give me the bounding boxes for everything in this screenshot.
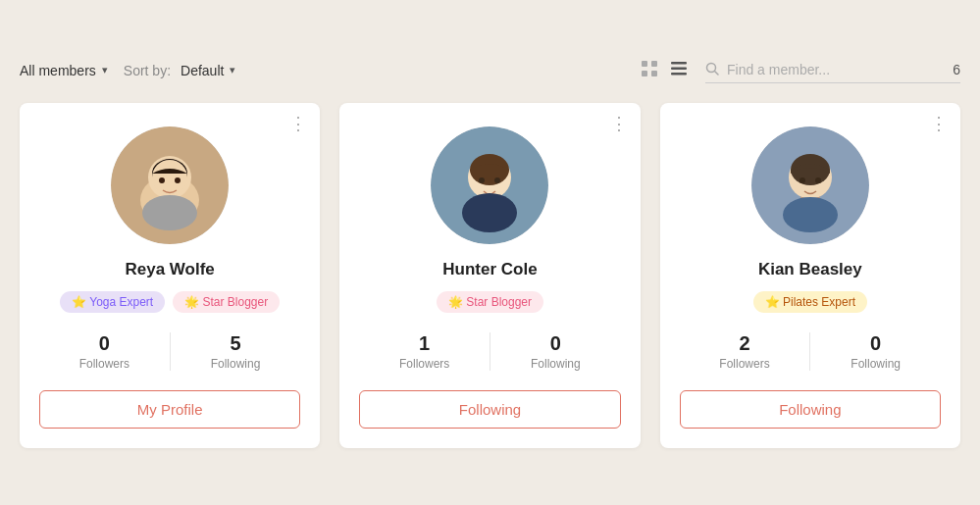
svg-line-8 bbox=[715, 71, 719, 75]
cards-grid: ⋮ Reya Wolfe ⭐ Yoga Expert🌟 Star Blogger… bbox=[20, 103, 960, 448]
member-name-hunter-cole: Hunter Cole bbox=[442, 260, 537, 279]
sort-value: Default bbox=[181, 63, 224, 78]
badge-yoga-expert: ⭐ Yoga Expert bbox=[60, 291, 165, 313]
followers-label-kian-beasley: Followers bbox=[680, 357, 810, 371]
following-stat-kian-beasley: 0 Following bbox=[810, 332, 941, 371]
search-input[interactable] bbox=[727, 62, 945, 77]
svg-point-22 bbox=[462, 193, 517, 232]
svg-rect-0 bbox=[642, 61, 647, 67]
sort-dropdown[interactable]: Sort by: Default ▾ bbox=[124, 63, 236, 78]
followers-label-hunter-cole: Followers bbox=[359, 357, 490, 371]
followers-stat-hunter-cole: 1 Followers bbox=[359, 332, 490, 371]
stats-hunter-cole: 1 Followers 0 Following bbox=[359, 332, 620, 371]
svg-rect-3 bbox=[651, 71, 657, 76]
card-kian-beasley: ⋮ Kian Beasley ⭐ Pilates Expert 2 Follow… bbox=[660, 103, 960, 448]
badge-star-blogger: 🌟 Star Blogger bbox=[173, 291, 280, 313]
svg-rect-2 bbox=[642, 71, 647, 76]
action-button-hunter-cole[interactable]: Following bbox=[359, 390, 620, 429]
followers-stat-reya-wolfe: 0 Followers bbox=[39, 332, 171, 371]
followers-stat-kian-beasley: 2 Followers bbox=[680, 332, 811, 371]
card-menu-reya-wolfe[interactable]: ⋮ bbox=[289, 115, 308, 132]
svg-point-13 bbox=[152, 160, 187, 195]
filter-chevron: ▾ bbox=[102, 64, 108, 76]
followers-count-hunter-cole: 1 bbox=[359, 332, 490, 355]
followers-count-reya-wolfe: 0 bbox=[39, 332, 170, 355]
following-label-hunter-cole: Following bbox=[490, 357, 621, 371]
svg-rect-5 bbox=[671, 67, 687, 70]
svg-rect-6 bbox=[671, 73, 687, 76]
stats-reya-wolfe: 0 Followers 5 Following bbox=[39, 332, 300, 371]
following-count-reya-wolfe: 5 bbox=[171, 332, 301, 355]
svg-point-15 bbox=[175, 177, 181, 183]
svg-point-21 bbox=[494, 177, 500, 183]
svg-point-20 bbox=[479, 177, 485, 183]
search-icon bbox=[705, 62, 719, 78]
svg-point-27 bbox=[815, 177, 821, 183]
following-count-kian-beasley: 0 bbox=[810, 332, 941, 355]
list-view-icon[interactable] bbox=[668, 58, 690, 83]
member-name-reya-wolfe: Reya Wolfe bbox=[126, 260, 215, 279]
sort-chevron: ▾ bbox=[230, 64, 235, 76]
svg-rect-4 bbox=[671, 62, 687, 65]
following-count-hunter-cole: 0 bbox=[490, 332, 621, 355]
toolbar: All members ▾ Sort by: Default ▾ bbox=[20, 58, 960, 83]
svg-point-28 bbox=[783, 197, 838, 232]
search-bar: 6 bbox=[705, 58, 960, 83]
avatar-hunter-cole bbox=[431, 126, 548, 244]
card-reya-wolfe: ⋮ Reya Wolfe ⭐ Yoga Expert🌟 Star Blogger… bbox=[20, 103, 320, 448]
action-button-kian-beasley[interactable]: Following bbox=[680, 390, 941, 429]
avatar-kian-beasley bbox=[751, 126, 869, 244]
filter-dropdown[interactable]: All members ▾ bbox=[20, 63, 108, 78]
following-label-kian-beasley: Following bbox=[810, 357, 941, 371]
following-stat-reya-wolfe: 5 Following bbox=[171, 332, 301, 371]
following-stat-hunter-cole: 0 Following bbox=[490, 332, 621, 371]
member-name-kian-beasley: Kian Beasley bbox=[758, 260, 862, 279]
badges-reya-wolfe: ⭐ Yoga Expert🌟 Star Blogger bbox=[60, 291, 280, 313]
followers-count-kian-beasley: 2 bbox=[680, 332, 810, 355]
badges-hunter-cole: 🌟 Star Blogger bbox=[437, 291, 543, 313]
following-label-reya-wolfe: Following bbox=[171, 357, 301, 371]
member-count: 6 bbox=[953, 62, 960, 77]
avatar-reya-wolfe bbox=[111, 126, 229, 244]
view-icons bbox=[639, 58, 690, 83]
filter-label: All members bbox=[20, 63, 96, 78]
svg-point-14 bbox=[159, 177, 165, 183]
svg-point-26 bbox=[799, 177, 805, 183]
grid-view-icon[interactable] bbox=[639, 58, 660, 83]
card-hunter-cole: ⋮ Hunter Cole 🌟 Star Blogger 1 Followers… bbox=[339, 103, 640, 448]
followers-label-reya-wolfe: Followers bbox=[39, 357, 170, 371]
svg-point-16 bbox=[142, 195, 197, 230]
card-menu-kian-beasley[interactable]: ⋮ bbox=[930, 115, 949, 132]
svg-rect-1 bbox=[651, 61, 657, 67]
action-button-reya-wolfe[interactable]: My Profile bbox=[39, 390, 300, 429]
badge-star-blogger: 🌟 Star Blogger bbox=[437, 291, 543, 313]
badge-pilates-expert: ⭐ Pilates Expert bbox=[753, 291, 867, 313]
badges-kian-beasley: ⭐ Pilates Expert bbox=[753, 291, 867, 313]
card-menu-hunter-cole[interactable]: ⋮ bbox=[610, 115, 629, 132]
page-container: All members ▾ Sort by: Default ▾ bbox=[0, 42, 980, 464]
stats-kian-beasley: 2 Followers 0 Following bbox=[680, 332, 941, 371]
sort-prefix: Sort by: bbox=[124, 63, 171, 78]
